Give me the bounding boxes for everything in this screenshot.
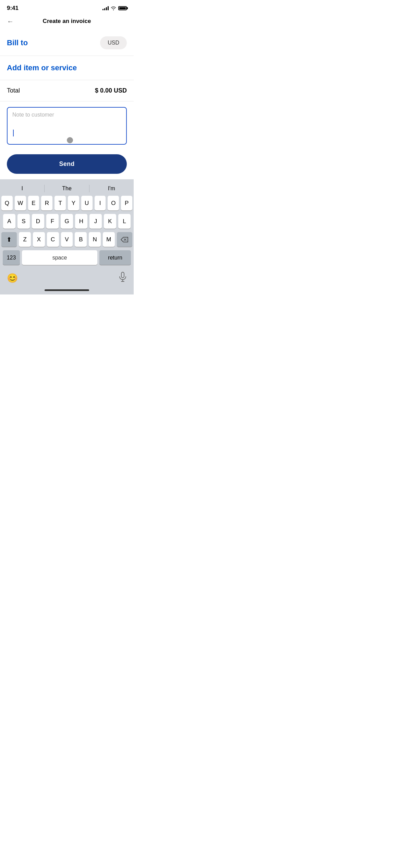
- status-bar: 9:41: [0, 0, 134, 14]
- key-y[interactable]: Y: [68, 196, 79, 210]
- battery-icon: [118, 6, 127, 10]
- key-c[interactable]: C: [47, 232, 59, 247]
- shift-icon: ⬆: [7, 236, 12, 243]
- key-g[interactable]: G: [61, 214, 73, 229]
- mic-icon: [119, 272, 127, 282]
- note-placeholder: Note to customer: [12, 112, 54, 118]
- send-section: Send: [0, 150, 134, 179]
- key-x[interactable]: X: [33, 232, 45, 247]
- key-q[interactable]: Q: [1, 196, 13, 210]
- total-label: Total: [7, 87, 20, 94]
- key-e[interactable]: E: [28, 196, 39, 210]
- key-d[interactable]: D: [32, 214, 44, 229]
- key-f[interactable]: F: [46, 214, 59, 229]
- back-arrow-icon: ←: [7, 18, 14, 25]
- key-h[interactable]: H: [75, 214, 87, 229]
- send-button[interactable]: Send: [7, 154, 127, 174]
- wifi-icon: [111, 6, 116, 10]
- backspace-key[interactable]: [117, 232, 132, 247]
- suggestion-im[interactable]: I'm: [89, 184, 134, 193]
- shift-key[interactable]: ⬆: [1, 232, 17, 247]
- status-time: 9:41: [7, 5, 19, 12]
- key-row-2: A S D F G H J K L: [1, 214, 132, 229]
- key-b[interactable]: B: [75, 232, 87, 247]
- status-icons: [102, 6, 127, 10]
- page-title: Create an invoice: [43, 18, 91, 25]
- key-t[interactable]: T: [54, 196, 66, 210]
- key-n[interactable]: N: [89, 232, 101, 247]
- suggestion-i[interactable]: I: [0, 184, 44, 193]
- microphone-button[interactable]: [119, 272, 127, 285]
- key-a[interactable]: A: [3, 214, 15, 229]
- header: ← Create an invoice: [0, 14, 134, 30]
- num-key[interactable]: 123: [3, 250, 20, 265]
- total-section: Total $ 0.00 USD: [0, 80, 134, 101]
- key-u[interactable]: U: [81, 196, 93, 210]
- note-section: Note to customer: [0, 101, 134, 150]
- currency-button[interactable]: USD: [100, 36, 127, 49]
- backspace-icon: [121, 237, 128, 242]
- add-item-section: Add item or service: [0, 56, 134, 80]
- keyboard: I The I'm Q W E R T Y U I O P A S D F G …: [0, 179, 134, 294]
- key-z[interactable]: Z: [19, 232, 31, 247]
- home-bar: [45, 289, 89, 291]
- svg-rect-0: [121, 272, 124, 278]
- note-textarea[interactable]: Note to customer: [7, 107, 127, 145]
- key-w[interactable]: W: [15, 196, 26, 210]
- bill-to-section: Bill to USD: [0, 30, 134, 56]
- key-v[interactable]: V: [61, 232, 73, 247]
- key-r[interactable]: R: [41, 196, 52, 210]
- total-amount: $ 0.00 USD: [95, 87, 127, 94]
- keyboard-keys: Q W E R T Y U I O P A S D F G H J K L ⬆: [0, 196, 134, 265]
- key-row-4: 123 space return: [1, 250, 132, 265]
- key-i[interactable]: I: [95, 196, 106, 210]
- key-s[interactable]: S: [17, 214, 30, 229]
- cursor-dot: [67, 137, 73, 143]
- key-m[interactable]: M: [103, 232, 115, 247]
- bill-to-button[interactable]: Bill to: [7, 38, 28, 47]
- add-item-button[interactable]: Add item or service: [7, 63, 77, 72]
- keyboard-bottom: 😊: [0, 268, 134, 287]
- text-cursor: [13, 130, 14, 136]
- return-key[interactable]: return: [99, 250, 131, 265]
- key-k[interactable]: K: [104, 214, 116, 229]
- suggestion-the[interactable]: The: [45, 184, 89, 193]
- back-button[interactable]: ←: [7, 18, 14, 25]
- keyboard-suggestions: I The I'm: [0, 182, 134, 196]
- key-o[interactable]: O: [108, 196, 119, 210]
- signal-icon: [102, 6, 109, 10]
- emoji-button[interactable]: 😊: [7, 273, 18, 284]
- key-row-1: Q W E R T Y U I O P: [1, 196, 132, 210]
- key-row-3: ⬆ Z X C V B N M: [1, 232, 132, 247]
- key-j[interactable]: J: [89, 214, 102, 229]
- space-key[interactable]: space: [22, 250, 97, 265]
- home-indicator: [0, 287, 134, 294]
- key-l[interactable]: L: [118, 214, 131, 229]
- key-p[interactable]: P: [121, 196, 132, 210]
